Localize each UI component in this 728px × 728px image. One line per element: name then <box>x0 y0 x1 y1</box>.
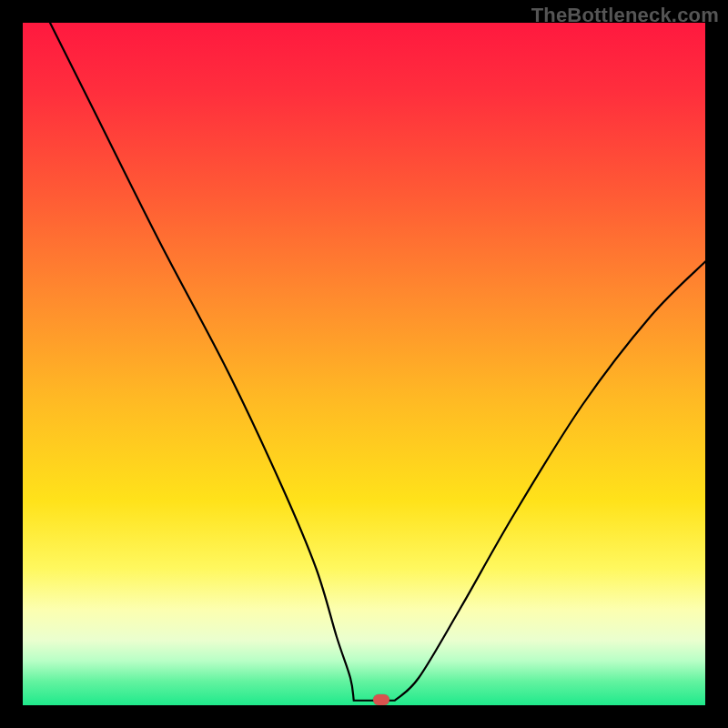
plot-area <box>23 23 705 705</box>
watermark-text: TheBottleneck.com <box>531 4 719 27</box>
chart-frame: TheBottleneck.com <box>0 0 728 728</box>
optimal-point-marker <box>373 694 389 705</box>
bottleneck-curve <box>23 23 705 705</box>
